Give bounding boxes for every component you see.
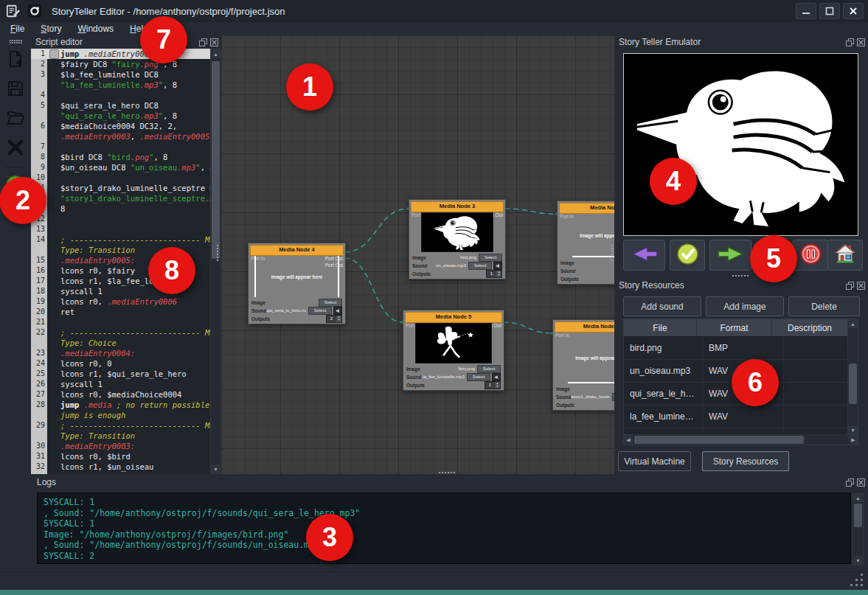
- outputs-spinner[interactable]: 2▲▼: [326, 315, 342, 323]
- code-line[interactable]: 8$bird DC8 "bird.png", 8: [31, 152, 212, 162]
- code-line[interactable]: Type: Transition: [31, 431, 212, 441]
- select-button[interactable]: Select: [319, 299, 342, 307]
- menu-windows[interactable]: Windows: [77, 24, 114, 34]
- scroll-down-icon[interactable]: ▼: [848, 425, 858, 434]
- next-button[interactable]: [709, 240, 751, 271]
- media-node[interactable]: Media Node 3Port InPort OutImagebird.png…: [409, 199, 506, 279]
- code-line[interactable]: 25lcons r1, $qui_sera_le_hero: [31, 369, 212, 379]
- code-line[interactable]: 14; ---------------------------- Media n…: [31, 234, 212, 245]
- scroll-up-icon[interactable]: ▲: [211, 49, 221, 58]
- media-node-title[interactable]: Media Node 3: [411, 201, 504, 212]
- float-icon[interactable]: [199, 38, 207, 46]
- spinner-arrows-icon[interactable]: ▲▼: [496, 271, 501, 277]
- scroll-down-icon[interactable]: ▼: [211, 464, 221, 473]
- spinner-arrows-icon[interactable]: ▲▼: [336, 316, 341, 322]
- code-line[interactable]: "qui_sera_le_hero.mp3", 8: [31, 111, 212, 121]
- titlebar[interactable]: StoryTeller Editor - /home/anthony/ostpr…: [0, 0, 868, 23]
- outputs-spinner[interactable]: 1▲▼: [486, 270, 502, 278]
- float-icon[interactable]: [846, 479, 854, 487]
- table-vscrollbar[interactable]: ▲ ▼: [847, 319, 858, 435]
- column-header-description[interactable]: Description: [772, 319, 848, 336]
- code-line[interactable]: 31lcons r0, $bird: [31, 451, 212, 462]
- confirm-button[interactable]: [670, 240, 705, 271]
- scroll-down-icon[interactable]: ▼: [853, 556, 863, 565]
- outputs-spinner[interactable]: 1▲▼: [485, 381, 501, 389]
- code-line[interactable]: 29; ---------------------------- Media n…: [31, 420, 212, 431]
- code-line[interactable]: 22; ---------------------------- Media n…: [31, 327, 212, 338]
- media-node-title[interactable]: Media Node 4: [250, 245, 344, 256]
- scroll-up-icon[interactable]: ▲: [848, 319, 858, 328]
- media-node[interactable]: Media Node 4Port InPort OutPort OutImage…: [248, 243, 346, 324]
- tab-story-resources[interactable]: Story Resources: [702, 451, 789, 471]
- splitter-handle[interactable]: [732, 275, 734, 276]
- code-line[interactable]: 8: [31, 203, 212, 214]
- splitter-handle[interactable]: [439, 472, 440, 473]
- select-button[interactable]: Select: [479, 254, 502, 262]
- close-icon[interactable]: [857, 38, 865, 46]
- close-icon[interactable]: [857, 479, 865, 487]
- media-node[interactable]: Media Node 6Port InImage will appear her…: [552, 319, 614, 411]
- code-line[interactable]: .mediaEntry0003, .mediaEntry0005: [31, 131, 212, 142]
- code-line[interactable]: 6$mediaChoice0004 DC32, 2,: [31, 121, 212, 131]
- table-row[interactable]: la_fee_lumine…WAV: [624, 406, 847, 428]
- column-header-file[interactable]: File: [624, 319, 697, 336]
- toolbar-drag-handle[interactable]: [10, 40, 11, 41]
- code-line[interactable]: 21: [31, 317, 212, 327]
- back-button[interactable]: [623, 240, 665, 271]
- delete-button[interactable]: Delete: [788, 296, 860, 316]
- logs-vscrollbar[interactable]: ▲ ▼: [853, 493, 864, 566]
- code-line[interactable]: 23.mediaEntry0004:: [31, 348, 212, 358]
- menu-story[interactable]: Story: [41, 24, 61, 34]
- tab-virtual-machine[interactable]: Virtual Machine: [618, 451, 691, 471]
- close-project-button[interactable]: [4, 136, 27, 159]
- editor-scroll-thumb[interactable]: [212, 61, 220, 259]
- float-icon[interactable]: [846, 38, 854, 46]
- media-node-title[interactable]: Media Node 6: [555, 321, 614, 333]
- scroll-left-icon[interactable]: ◀: [624, 435, 633, 445]
- menu-file[interactable]: File: [10, 24, 24, 34]
- media-node-title[interactable]: Media Node 5: [405, 312, 502, 323]
- save-button[interactable]: [4, 77, 27, 100]
- table-hscroll-thumb[interactable]: [634, 436, 804, 444]
- code-line[interactable]: 19lcons r0, .mediaEntry0006: [31, 296, 212, 307]
- code-line[interactable]: 9$un_oiseau DC8 "un_oiseau.mp3", 8: [31, 162, 212, 173]
- speaker-button[interactable]: [493, 262, 502, 270]
- splitter-handle[interactable]: [217, 245, 218, 246]
- logs-output[interactable]: SYSCALL: 1, Sound: "/home/anthony/ostpro…: [37, 493, 851, 564]
- code-line[interactable]: "la_fee_luminelle.mp3", 8: [31, 80, 212, 90]
- code-line[interactable]: 30.mediaEntry0003:: [31, 441, 212, 451]
- table-hscrollbar[interactable]: ◀ ▶: [623, 434, 858, 445]
- media-node[interactable]: Media Node 5Port InPort OutImagefairy.pn…: [403, 310, 504, 391]
- add-sound-button[interactable]: Add sound: [623, 296, 701, 316]
- code-line[interactable]: 32lcons r1, $un_oiseau: [31, 462, 212, 472]
- code-line[interactable]: 20ret: [31, 307, 212, 317]
- code-line[interactable]: 5$qui_sera_le_hero DC8: [31, 100, 212, 111]
- code-line[interactable]: 11$story1_drako_luminelle_sceptre DC8: [31, 183, 212, 193]
- minimize-button[interactable]: [796, 3, 816, 19]
- select-button[interactable]: Select: [468, 262, 492, 270]
- scroll-up-icon[interactable]: ▲: [853, 493, 863, 502]
- close-button[interactable]: [843, 3, 864, 19]
- code-line[interactable]: 13: [31, 224, 212, 234]
- new-script-button[interactable]: [4, 47, 27, 71]
- app-menu-icon[interactable]: [5, 3, 21, 19]
- maximize-button[interactable]: [819, 3, 840, 19]
- code-line[interactable]: 24lcons r0, 0: [31, 358, 212, 369]
- table-scroll-thumb[interactable]: [849, 363, 857, 404]
- close-icon[interactable]: [210, 38, 218, 46]
- scroll-right-icon[interactable]: ▶: [849, 435, 858, 445]
- select-button[interactable]: Select: [467, 373, 490, 381]
- close-icon[interactable]: [857, 282, 865, 290]
- speaker-button[interactable]: [492, 373, 501, 381]
- pause-button[interactable]: [793, 240, 828, 271]
- code-line[interactable]: 28jump .media ; no return possible, so a: [31, 400, 212, 410]
- code-line[interactable]: 2$fairy DC8 "fairy.png", 8: [31, 59, 212, 69]
- media-node-title[interactable]: Media Node: [559, 203, 614, 214]
- speaker-button[interactable]: [333, 307, 342, 315]
- select-button[interactable]: Select: [477, 365, 501, 373]
- code-line[interactable]: 12: [31, 214, 212, 224]
- code-line[interactable]: Type: Choice: [31, 338, 212, 348]
- float-icon[interactable]: [846, 282, 854, 290]
- logs-scroll-thumb[interactable]: [854, 504, 862, 527]
- code-line[interactable]: "story1_drako_luminelle_sceptre.mp3",: [31, 193, 212, 203]
